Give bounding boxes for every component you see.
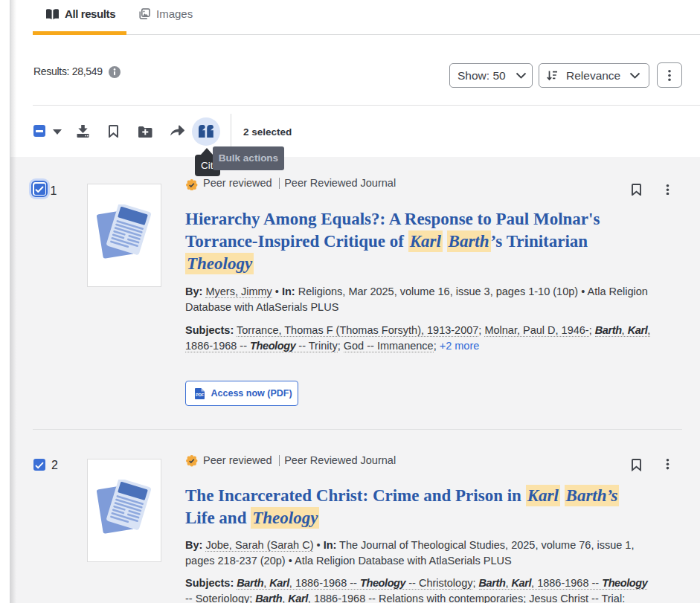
svg-text:PDF: PDF [196, 393, 205, 397]
